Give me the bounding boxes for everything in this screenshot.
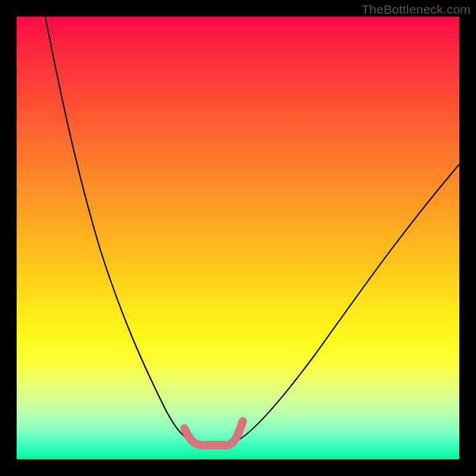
curve-svg [17, 17, 459, 459]
flat-segment-highlight [184, 421, 243, 445]
right-branch-curve [238, 164, 459, 440]
plot-area [17, 17, 459, 459]
left-branch-curve [45, 17, 192, 440]
watermark-text: TheBottleneck.com [362, 2, 471, 17]
outer-frame: TheBottleneck.com [0, 0, 476, 476]
